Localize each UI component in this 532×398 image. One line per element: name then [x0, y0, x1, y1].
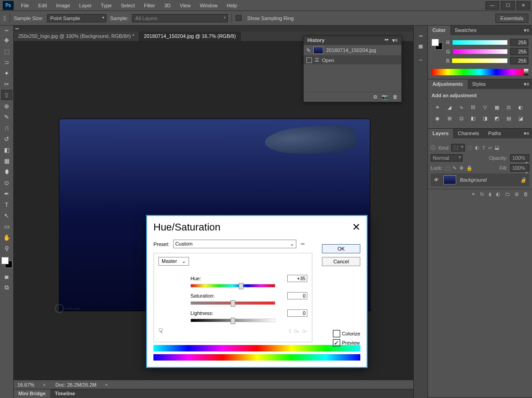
- filter-pixel-icon[interactable]: ⬚: [468, 145, 472, 151]
- menu-type[interactable]: Type: [96, 1, 116, 10]
- cancel-button[interactable]: Cancel: [322, 257, 360, 266]
- eyedropper-tool[interactable]: 𓍝: [1, 90, 12, 100]
- crop-tool[interactable]: ✂: [1, 79, 12, 89]
- menu-edit[interactable]: Edit: [34, 1, 52, 10]
- lightness-slider[interactable]: [190, 319, 275, 322]
- lookup-icon[interactable]: ⊡: [457, 115, 465, 122]
- shape-tool[interactable]: ▭: [1, 221, 12, 231]
- wand-tool[interactable]: ✦: [1, 68, 12, 78]
- doc-tab-2[interactable]: 20180714_150204.jpg @ 16.7% (RGB/8): [139, 31, 241, 41]
- filter-adjust-icon[interactable]: ◐: [475, 145, 479, 151]
- fill-dropdown[interactable]: 100%: [510, 164, 529, 172]
- heal-tool[interactable]: ⊕: [1, 101, 12, 111]
- layers-tab[interactable]: Layers: [428, 129, 453, 138]
- levels-icon[interactable]: ◢: [445, 104, 453, 111]
- new-layer-icon[interactable]: ⊞: [515, 191, 519, 197]
- saturation-input[interactable]: [287, 292, 307, 299]
- move-tool[interactable]: ✥: [1, 35, 12, 45]
- posterize-icon[interactable]: ◨: [481, 115, 489, 122]
- collapse-icon[interactable]: ▸▸: [385, 37, 389, 43]
- menu-help[interactable]: Help: [222, 1, 242, 10]
- g-input[interactable]: [510, 48, 528, 55]
- history-brush-tool[interactable]: ↺: [1, 134, 12, 144]
- delete-icon[interactable]: 🗑: [393, 94, 398, 100]
- filter-type-icon[interactable]: T: [482, 145, 485, 151]
- show-sampling-checkbox[interactable]: [236, 15, 242, 21]
- channel-dropdown[interactable]: Master⌄: [158, 257, 189, 266]
- menu-layer[interactable]: Layer: [74, 1, 96, 10]
- menu-file[interactable]: File: [16, 1, 34, 10]
- menu-filter[interactable]: Filter: [139, 1, 159, 10]
- marquee-tool[interactable]: ⬚: [1, 46, 12, 56]
- minimize-button[interactable]: —: [485, 1, 499, 10]
- close-button[interactable]: ✕: [516, 1, 530, 10]
- quickmask-tool[interactable]: ◙: [1, 272, 12, 282]
- adjustment-layer-icon[interactable]: ◐: [496, 191, 500, 197]
- b-input[interactable]: [510, 57, 528, 64]
- path-tool[interactable]: ↖: [1, 210, 12, 220]
- sample-size-dropdown[interactable]: Point Sample: [47, 14, 106, 22]
- paths-tab[interactable]: Paths: [484, 129, 506, 138]
- spectrum-bar[interactable]: [432, 69, 528, 75]
- menu-image[interactable]: Image: [52, 1, 75, 10]
- swatches-tab[interactable]: Swatches: [450, 26, 481, 35]
- new-doc-icon[interactable]: ⧉: [374, 94, 377, 100]
- channels-tab[interactable]: Channels: [453, 129, 483, 138]
- history-step[interactable]: Open: [322, 58, 334, 63]
- brightness-icon[interactable]: ☀: [433, 104, 442, 111]
- minibridge-tab[interactable]: Mini Bridge: [14, 389, 50, 398]
- maximize-button[interactable]: ☐: [501, 1, 515, 10]
- colorize-checkbox[interactable]: [333, 330, 340, 337]
- workspace-essentials-button[interactable]: Essentials: [495, 14, 528, 23]
- preset-dropdown[interactable]: Custom⌄: [173, 240, 296, 248]
- menu-window[interactable]: Window: [195, 1, 222, 10]
- eyedropper-subtract-icon[interactable]: 𓍝₋: [303, 328, 307, 334]
- lock-move-icon[interactable]: ✥: [459, 165, 464, 171]
- eyedropper-sample-icon[interactable]: 𓍝: [289, 328, 291, 334]
- sample-dropdown[interactable]: All Layers: [132, 14, 228, 22]
- eyedropper-add-icon[interactable]: 𓍝₊: [295, 328, 299, 334]
- visibility-icon[interactable]: 👁: [433, 177, 440, 183]
- presets-panel-icon[interactable]: ⎯: [419, 55, 422, 60]
- menu-3d[interactable]: 3D: [160, 1, 175, 10]
- screenmode-tool[interactable]: ⧉: [1, 283, 12, 293]
- fx-icon[interactable]: fx: [480, 191, 484, 197]
- delete-icon[interactable]: 🗑: [523, 191, 528, 197]
- pen-tool[interactable]: ✒: [1, 189, 12, 199]
- zoom-tool[interactable]: ⚲: [1, 243, 12, 253]
- photo-filter-icon[interactable]: ◉: [433, 115, 442, 122]
- kind-dropdown[interactable]: ⬚: [451, 144, 465, 152]
- mask-icon[interactable]: ◖: [489, 191, 491, 197]
- snapshot-icon[interactable]: 📷: [382, 94, 388, 100]
- saturation-slider[interactable]: [190, 301, 275, 305]
- filter-shape-icon[interactable]: ▱: [488, 145, 492, 151]
- adjustments-tab[interactable]: Adjustments: [428, 79, 468, 89]
- dodge-tool[interactable]: ⊙: [1, 178, 12, 188]
- group-icon[interactable]: 🗀: [505, 191, 510, 197]
- invert-icon[interactable]: ◧: [469, 115, 477, 122]
- gradient-tool[interactable]: ▦: [1, 156, 12, 166]
- layer-background[interactable]: 👁 Background 🔒: [431, 173, 529, 186]
- lightness-input[interactable]: [287, 309, 307, 317]
- vibrance-icon[interactable]: ▽: [481, 104, 489, 111]
- hue-icon[interactable]: ▦: [493, 104, 501, 111]
- hue-slider[interactable]: [190, 284, 275, 288]
- blend-dropdown[interactable]: Normal: [431, 154, 463, 162]
- stamp-tool[interactable]: ⎍: [1, 123, 12, 133]
- timeline-tab[interactable]: Timeline: [50, 389, 79, 398]
- styles-tab[interactable]: Styles: [468, 79, 490, 89]
- link-icon[interactable]: ⚭: [471, 191, 475, 197]
- zoom-value[interactable]: 16.67%: [17, 382, 34, 388]
- color-panel-swatches[interactable]: [432, 39, 442, 50]
- threshold-icon[interactable]: ◩: [493, 115, 501, 122]
- color-tab[interactable]: Color: [428, 26, 450, 35]
- lasso-tool[interactable]: ⊃: [1, 57, 12, 67]
- color-swatches[interactable]: [1, 257, 12, 268]
- r-input[interactable]: [510, 39, 528, 46]
- collapse-icon[interactable]: ▸▸: [5, 28, 9, 32]
- preview-checkbox[interactable]: ✓: [333, 339, 340, 346]
- menu-view[interactable]: View: [175, 1, 195, 10]
- filter-smart-icon[interactable]: ⬓: [495, 145, 499, 151]
- ok-button[interactable]: OK: [322, 244, 360, 253]
- lock-all-icon[interactable]: 🔒: [466, 165, 473, 171]
